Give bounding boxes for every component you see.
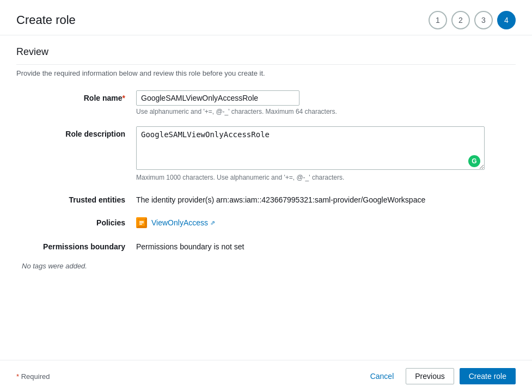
required-note: * Required bbox=[16, 372, 50, 381]
page-header: Create role 1 2 3 4 bbox=[0, 0, 532, 35]
main-content: Review Provide the required information … bbox=[0, 35, 532, 360]
svg-rect-3 bbox=[139, 223, 144, 224]
step-1: 1 bbox=[429, 11, 447, 29]
role-name-input[interactable] bbox=[136, 90, 299, 106]
role-name-hint: Use alphanumeric and '+=, @-_' character… bbox=[136, 108, 485, 115]
trusted-entities-field: The identity provider(s) arn:aws:iam::42… bbox=[136, 192, 485, 204]
role-description-hint: Maximum 1000 characters. Use alphanumeri… bbox=[136, 174, 485, 181]
subtitle: Provide the required information below a… bbox=[16, 69, 516, 77]
role-description-field: GoogleSAMLViewOnlyAccessRole G Maximum 1… bbox=[136, 126, 485, 181]
policy-icon-svg bbox=[137, 218, 146, 227]
svg-rect-2 bbox=[139, 221, 144, 222]
policies-row: Policies ViewOnlyAccess bbox=[16, 215, 516, 228]
policies-field: ViewOnlyAccess ⇗ bbox=[136, 215, 485, 228]
trusted-entities-row: Trusted entities The identity provider(s… bbox=[16, 192, 516, 204]
create-role-button[interactable]: Create role bbox=[460, 368, 516, 384]
role-description-label: Role description bbox=[16, 126, 136, 138]
permissions-boundary-row: Permissions boundary Permissions boundar… bbox=[16, 239, 516, 251]
permissions-boundary-field: Permissions boundary is not set bbox=[136, 239, 485, 251]
tags-note: No tags were added. bbox=[16, 262, 516, 270]
textarea-wrapper: GoogleSAMLViewOnlyAccessRole G bbox=[136, 126, 485, 171]
trusted-entities-label: Trusted entities bbox=[16, 192, 136, 204]
permissions-boundary-value: Permissions boundary is not set bbox=[136, 239, 485, 251]
policy-row: ViewOnlyAccess ⇗ bbox=[136, 215, 485, 228]
cancel-button[interactable]: Cancel bbox=[364, 369, 401, 384]
footer-buttons: Cancel Previous Create role bbox=[364, 368, 516, 384]
role-name-label: Role name* bbox=[16, 90, 136, 102]
step-3: 3 bbox=[474, 11, 493, 29]
required-star: * bbox=[123, 94, 125, 102]
policies-label: Policies bbox=[16, 215, 136, 227]
trusted-entities-value: The identity provider(s) arn:aws:iam::42… bbox=[136, 192, 485, 204]
role-description-row: Role description GoogleSAMLViewOnlyAcces… bbox=[16, 126, 516, 181]
policy-icon bbox=[136, 217, 147, 228]
role-name-row: Role name* Use alphanumeric and '+=, @-_… bbox=[16, 90, 516, 115]
step-2: 2 bbox=[451, 11, 470, 29]
permissions-boundary-label: Permissions boundary bbox=[16, 239, 136, 251]
section-title: Review bbox=[16, 46, 516, 65]
external-link-icon: ⇗ bbox=[210, 219, 215, 226]
page-title: Create role bbox=[16, 13, 76, 27]
policy-link[interactable]: ViewOnlyAccess ⇗ bbox=[151, 218, 215, 227]
previous-button[interactable]: Previous bbox=[406, 368, 454, 384]
grammarly-icon: G bbox=[468, 155, 480, 167]
step-indicators: 1 2 3 4 bbox=[429, 11, 516, 29]
role-name-field: Use alphanumeric and '+=, @-_' character… bbox=[136, 90, 485, 115]
step-4: 4 bbox=[497, 11, 516, 29]
svg-rect-4 bbox=[139, 224, 142, 225]
role-description-textarea[interactable]: GoogleSAMLViewOnlyAccessRole bbox=[136, 126, 485, 170]
footer: * Required Cancel Previous Create role bbox=[0, 360, 532, 392]
